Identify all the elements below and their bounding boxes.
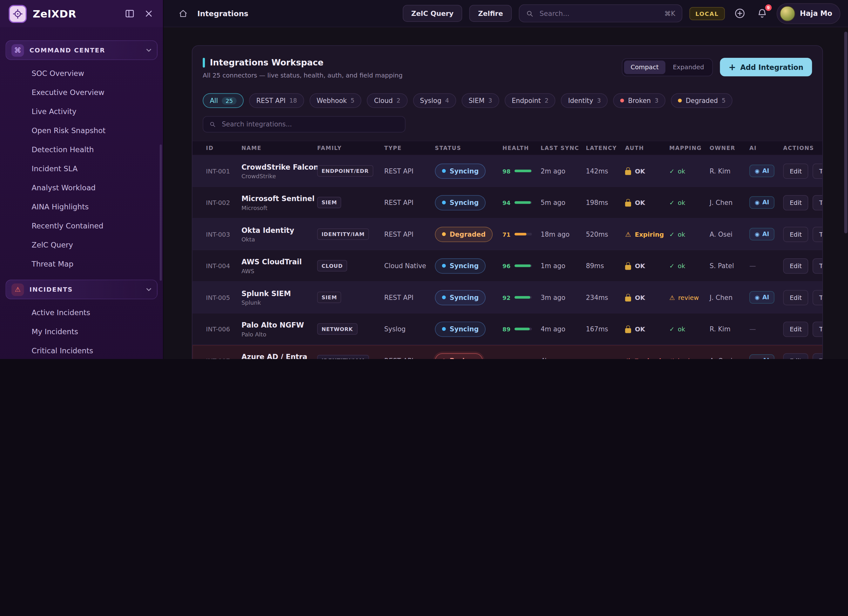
sidebar-item[interactable]: Detection Health [4,140,159,159]
view-compact-button[interactable]: Compact [624,60,665,74]
ai-badge[interactable]: AI [749,228,775,240]
column-header[interactable]: AI [749,145,783,151]
status-pill: Syncing [435,195,486,210]
table-row[interactable]: INT-007 Azure AD / Entra Microsoft IDENT… [193,345,823,359]
test-button[interactable]: Test [813,163,822,178]
auth-label: OK [635,294,645,301]
sidebar-item[interactable]: Recently Contained [4,216,159,235]
table-row[interactable]: INT-006 Palo Alto NGFW Palo Alto NETWORK… [193,313,823,345]
warning-triangle-icon: ⚠ [12,283,24,295]
sidebar-item[interactable]: ZelC Query [4,235,159,254]
filter-chip[interactable]: All 25 [203,93,244,108]
ai-badge[interactable]: AI [749,165,775,177]
ai-badge[interactable]: AI [749,196,775,209]
integration-name: Okta Identity [242,226,317,234]
zelfire-button[interactable]: Zelfire [469,5,511,22]
column-header[interactable]: TYPE [384,145,435,151]
test-button[interactable]: Test [813,227,822,242]
sidebar-item[interactable]: Live Activity [4,101,159,120]
sidebar-item[interactable]: Open Risk Snapshot [4,120,159,140]
column-header[interactable]: LATENCY [586,145,626,151]
filter-chip[interactable]: SIEM 3 [461,93,499,108]
test-button[interactable]: Test [813,353,822,359]
table-row[interactable]: INT-002 Microsoft Sentinel Microsoft SIE… [193,187,823,219]
test-button[interactable]: Test [813,322,822,337]
column-header[interactable]: AUTH [625,145,669,151]
ai-badge[interactable]: AI [749,291,775,303]
sidebar-item[interactable]: Incident SLA [4,159,159,178]
notifications-button[interactable]: 9 [755,6,769,21]
edit-button[interactable]: Edit [783,258,808,273]
breadcrumb-current[interactable]: Integrations [197,9,248,18]
sidebar-item[interactable]: Executive Overview [4,82,159,101]
health-cell: 98 [503,168,541,174]
column-header[interactable]: ACTIONS [783,145,823,151]
mapping-label: broken [678,357,699,359]
view-expanded-button[interactable]: Expanded [666,60,711,74]
sidebar-item[interactable]: Analyst Workload [4,178,159,197]
zelc-query-button[interactable]: ZelC Query [402,5,462,22]
add-button[interactable] [732,5,748,21]
user-menu[interactable]: Haja Mo [777,3,841,24]
add-integration-button[interactable]: Add Integration [720,58,812,76]
edit-button[interactable]: Edit [783,353,808,359]
filter-label: Webhook [317,97,347,104]
sidebar-item[interactable]: Active Incidents [4,303,159,322]
filter-chip[interactable]: Syslog 4 [413,93,456,108]
filter-chip[interactable]: Endpoint 2 [505,93,556,108]
column-header[interactable]: STATUS [435,145,503,151]
integration-search-input[interactable] [221,120,399,129]
column-header[interactable]: NAME [242,145,317,151]
page-scrollbar-thumb[interactable] [844,32,847,233]
latency: 520ms [586,230,626,238]
filter-chip[interactable]: Broken 3 [613,93,666,108]
column-header[interactable]: MAPPING [669,145,710,151]
health-bar [514,170,532,172]
integration-id: INT-005 [206,294,242,301]
filter-count: 3 [655,97,658,104]
sidebar-item[interactable]: SOC Overview [4,63,159,82]
home-button[interactable] [176,7,190,20]
test-button[interactable]: Test [813,258,822,273]
column-header[interactable]: LAST SYNC [541,145,586,151]
column-header[interactable]: OWNER [710,145,749,151]
column-header[interactable]: FAMILY [317,145,384,151]
sidebar-item[interactable]: Threat Map [4,254,159,273]
panel-toggle-button[interactable] [123,7,137,21]
mapping-icon [669,357,675,359]
ai-badge[interactable]: AI [749,354,775,359]
table-row[interactable]: INT-005 Splunk SIEM Splunk SIEM REST API [193,282,823,313]
filter-chip[interactable]: Identity 3 [561,93,608,108]
filter-label: Syslog [420,97,441,104]
health-score: 71 [503,231,510,237]
auth-cell: ⚠ ✗ OK [625,199,669,206]
edit-button[interactable]: Edit [783,322,808,337]
collapse-sidebar-button[interactable] [142,7,155,20]
edit-button[interactable]: Edit [783,163,808,178]
sidebar-item[interactable]: My Incidents [4,322,159,341]
section-header-incidents[interactable]: ⚠ INCIDENTS [5,279,157,299]
filter-chip[interactable]: Degraded 5 [671,93,733,108]
column-header[interactable]: ID [206,145,242,151]
sidebar-item[interactable]: AINA Highlights [4,197,159,216]
section-header-command-center[interactable]: ⌘ COMMAND CENTER [5,40,157,60]
column-header[interactable]: HEALTH [503,145,541,151]
test-button[interactable]: Test [813,195,822,210]
table-row[interactable]: INT-004 AWS CloudTrail AWS CLOUD Cloud N… [193,250,823,282]
filter-label: Cloud [374,97,393,104]
edit-button[interactable]: Edit [783,195,808,210]
table-row[interactable]: INT-003 Okta Identity Okta IDENTITY/IAM … [193,218,823,250]
test-button[interactable]: Test [813,290,822,305]
edit-button[interactable]: Edit [783,227,808,242]
sidebar-scrollbar-thumb[interactable] [160,144,162,281]
filter-chip[interactable]: Cloud 2 [367,93,407,108]
mapping-icon [669,294,675,301]
sidebar-item[interactable]: Critical Incidents [4,341,159,359]
last-sync: 18m ago [541,230,586,238]
accent-bar [203,58,205,68]
global-search-input[interactable] [538,9,659,18]
filter-chip[interactable]: REST API 18 [249,93,304,108]
table-row[interactable]: INT-001 CrowdStrike Falcon CrowdStrike E… [193,155,823,187]
filter-chip[interactable]: Webhook 5 [310,93,362,108]
edit-button[interactable]: Edit [783,290,808,305]
